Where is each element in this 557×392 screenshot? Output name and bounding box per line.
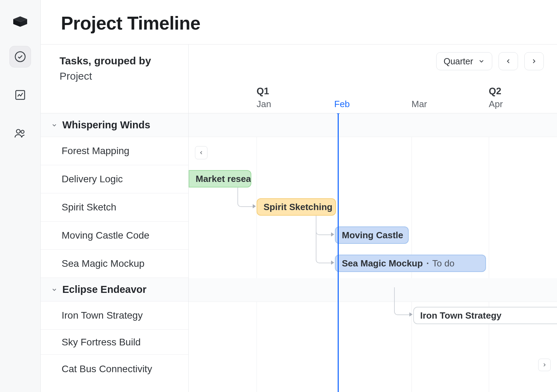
group-name: Whispering Winds	[62, 119, 150, 131]
gantt-bar-spirit-sketching[interactable]: Spirit Sketching	[257, 198, 336, 216]
axis-q1: Q1 Jan	[257, 86, 271, 110]
axis-q2: Q2 Apr	[489, 86, 503, 110]
axis-labels: Q1 Jan . Feb . Mar Q2 Ap	[189, 81, 557, 113]
chevron-down-icon	[50, 287, 58, 293]
check-circle-icon	[14, 51, 26, 63]
task-name: Iron Town Strategy	[62, 310, 143, 321]
task-row[interactable]: Sky Fortress Build	[41, 330, 188, 355]
chevron-right-icon	[542, 362, 547, 368]
svg-point-3	[15, 52, 25, 62]
main-panel: Project Timeline Tasks, grouped by Proje…	[41, 0, 557, 392]
cube-icon	[13, 16, 27, 27]
group-row-whispering-winds[interactable]: Whispering Winds	[41, 113, 188, 137]
nav-tasks[interactable]	[9, 46, 31, 67]
gantt-bar-sea-magic[interactable]: Sea Magic Mockup · To do	[335, 255, 486, 272]
sidebar-rail	[0, 0, 41, 392]
bar-label: Market research	[196, 174, 251, 184]
task-list: Whispering Winds Forest Mapping Delivery…	[41, 113, 189, 392]
timeline: Tasks, grouped by Project Quarter	[41, 45, 557, 392]
today-line	[338, 113, 339, 392]
dependency-arrow	[237, 187, 258, 208]
task-row[interactable]: Spirit Sketch	[41, 193, 188, 222]
chart-body: Market research Spirit Sketching Moving …	[189, 113, 557, 392]
group-row-eclipse-endeavor[interactable]: Eclipse Endeavor	[41, 278, 188, 302]
axis-mar: . Mar	[411, 86, 427, 110]
svg-point-5	[16, 129, 20, 133]
app-logo	[13, 14, 28, 29]
group-band	[189, 278, 557, 302]
month-label-mar: Mar	[411, 99, 427, 110]
gantt-bar-market-research[interactable]: Market research	[189, 170, 251, 187]
task-row[interactable]: Cat Bus Connectivity	[41, 355, 188, 383]
dependency-arrow	[316, 216, 337, 237]
timeline-prev-button[interactable]	[499, 52, 518, 70]
page-title: Project Timeline	[61, 13, 557, 34]
timeline-axis: Quarter Q1 Jan	[189, 45, 557, 113]
group-name: Eclipse Endeavor	[62, 284, 147, 295]
scroll-right-button[interactable]	[538, 359, 551, 371]
svg-point-6	[21, 130, 24, 134]
gantt-chart[interactable]: Market research Spirit Sketching Moving …	[189, 113, 557, 392]
quarter-label: Q2	[489, 86, 503, 97]
chevron-right-icon	[531, 58, 538, 65]
task-name: Spirit Sketch	[62, 202, 116, 213]
gantt-bar-moving-castle[interactable]: Moving Castle	[335, 226, 409, 244]
nav-people[interactable]	[9, 122, 31, 144]
task-row[interactable]: Forest Mapping	[41, 137, 188, 165]
timeline-controls: Quarter	[436, 52, 544, 70]
collapse-bar-button[interactable]	[195, 146, 207, 159]
chevron-left-icon	[198, 150, 204, 155]
task-row[interactable]: Sea Magic Mockup	[41, 250, 188, 278]
bar-label: Moving Castle	[342, 230, 403, 241]
range-selector[interactable]: Quarter	[436, 52, 492, 70]
task-row[interactable]: Iron Town Strategy	[41, 302, 188, 330]
gridline-mar	[411, 113, 412, 392]
bar-label: Sea Magic Mockup	[342, 258, 423, 269]
app-root: Project Timeline Tasks, grouped by Proje…	[0, 0, 557, 392]
bar-status: To do	[432, 258, 455, 269]
timeline-body: Whispering Winds Forest Mapping Delivery…	[41, 113, 557, 392]
task-row[interactable]: Delivery Logic	[41, 165, 188, 193]
quarter-label: Q1	[257, 86, 271, 97]
dependency-arrow	[316, 216, 337, 265]
group-band	[189, 113, 557, 137]
task-name: Forest Mapping	[62, 145, 130, 157]
task-name: Delivery Logic	[62, 174, 123, 185]
timeline-header: Tasks, grouped by Project Quarter	[41, 45, 557, 113]
grouping-title: Tasks, grouped by	[60, 54, 188, 67]
chevron-left-icon	[505, 58, 512, 65]
gantt-bar-iron-town[interactable]: Iron Town Strategy	[413, 307, 557, 324]
bar-label: Iron Town Strategy	[420, 310, 502, 321]
gridline-jan	[257, 113, 257, 392]
task-name: Moving Castle Code	[62, 230, 149, 241]
axis-feb: . Feb	[334, 86, 350, 110]
nav-reports[interactable]	[9, 84, 31, 106]
chevron-down-icon	[50, 122, 58, 128]
task-row[interactable]: Moving Castle Code	[41, 222, 188, 250]
chevron-down-icon	[478, 58, 485, 65]
month-label-apr: Apr	[489, 99, 503, 110]
title-row: Project Timeline	[41, 0, 557, 44]
month-label-feb: Feb	[334, 99, 350, 110]
chart-icon	[14, 89, 26, 101]
timeline-next-button[interactable]	[524, 52, 544, 70]
bar-label: Spirit Sketching	[264, 202, 332, 213]
gridline-apr	[489, 113, 489, 392]
grouping-header: Tasks, grouped by Project	[41, 45, 189, 113]
separator-dot: ·	[423, 258, 432, 269]
task-name: Sky Fortress Build	[62, 337, 141, 348]
task-name: Cat Bus Connectivity	[62, 363, 152, 375]
people-icon	[14, 127, 27, 139]
month-label-jan: Jan	[257, 99, 271, 110]
range-label: Quarter	[444, 56, 473, 66]
task-name: Sea Magic Mockup	[62, 258, 144, 269]
grouping-field: Project	[60, 70, 188, 82]
